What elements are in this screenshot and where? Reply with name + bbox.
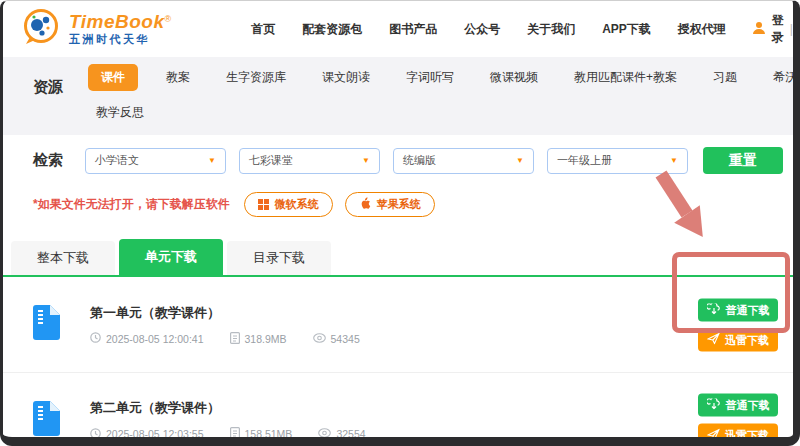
apple-icon	[359, 197, 371, 212]
item-title: 第一单元（教学课件）	[90, 304, 360, 322]
unzip-warning-text: *如果文件无法打开，请下载解压软件	[33, 196, 230, 213]
windows-icon	[258, 199, 269, 210]
paper-plane-icon	[707, 428, 720, 442]
normal-download-button[interactable]: 普通下载	[698, 394, 778, 417]
select-edition[interactable]: 统编版 ▼	[393, 148, 534, 174]
nav-item-home[interactable]: 首页	[251, 21, 275, 38]
auth-area: 登录 | 注册	[752, 12, 800, 46]
select-subject[interactable]: 小学语文 ▼	[85, 148, 226, 174]
views-icon	[313, 333, 326, 345]
caret-down-icon: ▼	[670, 156, 678, 165]
zip-file-icon	[33, 305, 60, 344]
tab-whole-book-download[interactable]: 整本下载	[11, 241, 115, 275]
clock-icon	[90, 428, 101, 441]
brand-logo[interactable]: TimeBook® 五洲时代天华	[21, 7, 171, 51]
item-size: 318.9MB	[245, 333, 287, 345]
paper-plane-icon	[707, 333, 720, 347]
clock-icon	[90, 332, 101, 345]
main-nav: 首页 配套资源包 图书产品 公众号 关于我们 APP下载 授权代理	[251, 21, 726, 38]
registered-mark: ®	[165, 14, 172, 24]
resource-label: 资源	[33, 78, 78, 126]
file-size-icon	[230, 332, 240, 346]
list-item-unit-2: 第二单元（教学课件） 2025-08-05 12:03:55 158.51MB …	[3, 372, 793, 446]
apple-download-button[interactable]: 苹果系统	[345, 192, 435, 217]
tab-unit-download[interactable]: 单元下载	[119, 239, 223, 275]
zip-file-icon	[33, 401, 60, 440]
user-icon	[752, 21, 766, 38]
brand-name: TimeBook®	[69, 12, 171, 32]
resource-tab-seewo[interactable]: 希沃课件	[765, 64, 800, 91]
select-grade[interactable]: 一年级上册 ▼	[547, 148, 688, 174]
caret-down-icon: ▼	[516, 156, 524, 165]
tab-catalog-download[interactable]: 目录下载	[227, 241, 331, 275]
nav-item-app-download[interactable]: APP下载	[602, 21, 651, 38]
resource-tab-lesson-plan[interactable]: 教案	[158, 64, 198, 91]
caret-down-icon: ▼	[362, 156, 370, 165]
item-time: 2025-08-05 12:00:41	[106, 333, 204, 345]
brand-subtitle: 五洲时代天华	[69, 34, 171, 46]
resource-tab-text-reading[interactable]: 课文朗读	[314, 64, 378, 91]
download-list: 第一单元（教学课件） 2025-08-05 12:00:41 318.9MB 5…	[3, 277, 793, 446]
search-row: 检索 小学语文 ▼ 七彩课堂 ▼ 统编版 ▼ 一年级上册 ▼ 重置	[3, 135, 793, 184]
auth-separator: |	[790, 22, 793, 36]
resource-band: 资源 课件 教案 生字资源库 课文朗读 字词听写 微课视频 教用匹配课件+教案 …	[3, 57, 793, 135]
item-size: 158.51MB	[245, 428, 293, 440]
nav-item-wechat[interactable]: 公众号	[464, 21, 500, 38]
cloud-download-icon	[707, 399, 721, 412]
brand-bubble-icon	[21, 7, 61, 51]
file-size-icon	[230, 427, 240, 441]
thunder-download-button[interactable]: 迅雷下载	[698, 424, 778, 446]
select-series[interactable]: 七彩课堂 ▼	[239, 148, 380, 174]
header: TimeBook® 五洲时代天华 首页 配套资源包 图书产品 公众号 关于我们 …	[3, 1, 793, 57]
resource-tab-micro-video[interactable]: 微课视频	[482, 64, 546, 91]
resource-tab-teaching-reflection[interactable]: 教学反思	[88, 99, 152, 126]
download-tabs: 整本下载 单元下载 目录下载	[3, 239, 793, 277]
nav-item-books[interactable]: 图书产品	[389, 21, 437, 38]
notice-row: *如果文件无法打开，请下载解压软件 微软系统 苹果系统	[3, 184, 793, 227]
item-views: 32554	[336, 428, 365, 440]
views-icon	[318, 428, 331, 440]
item-title: 第二单元（教学课件）	[90, 399, 366, 417]
windows-download-button[interactable]: 微软系统	[244, 192, 333, 217]
item-views: 54345	[331, 333, 360, 345]
search-label: 检索	[33, 151, 63, 170]
reset-button[interactable]: 重置	[703, 147, 783, 174]
resource-tab-matched-courseware[interactable]: 教用匹配课件+教案	[566, 64, 685, 91]
caret-down-icon: ▼	[208, 156, 216, 165]
login-link[interactable]: 登录	[772, 12, 784, 46]
resource-tab-exercises[interactable]: 习题	[705, 64, 745, 91]
resource-tab-dictation[interactable]: 字词听写	[398, 64, 462, 91]
resource-tab-courseware[interactable]: 课件	[88, 64, 138, 91]
item-time: 2025-08-05 12:03:55	[106, 428, 204, 440]
list-item-unit-1: 第一单元（教学课件） 2025-08-05 12:00:41 318.9MB 5…	[3, 277, 793, 372]
nav-item-agency[interactable]: 授权代理	[678, 21, 726, 38]
nav-item-resource-pack[interactable]: 配套资源包	[302, 21, 362, 38]
normal-download-button[interactable]: 普通下载	[698, 298, 778, 321]
nav-item-about[interactable]: 关于我们	[527, 21, 575, 38]
resource-tab-character-library[interactable]: 生字资源库	[218, 64, 294, 91]
thunder-download-button[interactable]: 迅雷下载	[698, 328, 778, 351]
cloud-download-icon	[707, 303, 721, 316]
window-frame: TimeBook® 五洲时代天华 首页 配套资源包 图书产品 公众号 关于我们 …	[0, 0, 800, 446]
